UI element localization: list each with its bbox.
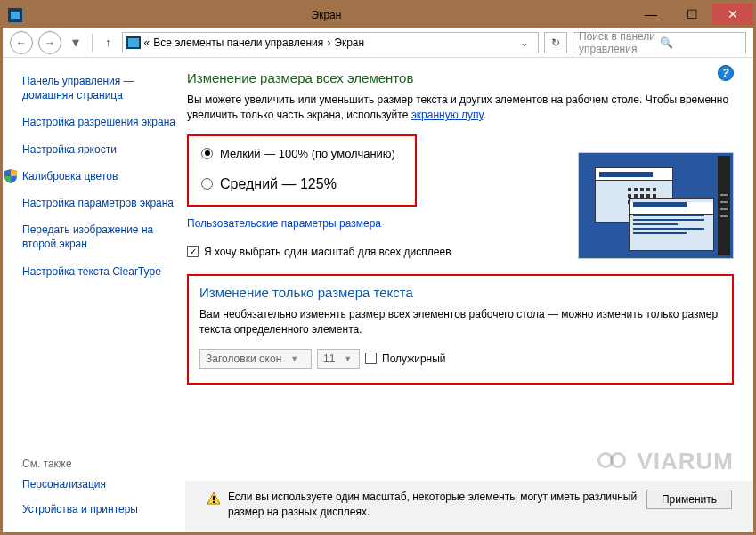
history-dropdown-icon[interactable]: ▾: [67, 34, 85, 51]
bold-checkbox[interactable]: Полужирный: [365, 353, 446, 365]
checkbox-icon: [365, 353, 377, 364]
heading-text-only: Изменение только размера текста: [199, 285, 721, 300]
refresh-button[interactable]: ↻: [544, 32, 567, 53]
sidebar-item-brightness[interactable]: Настройка яркости: [22, 142, 176, 157]
help-icon[interactable]: ?: [718, 65, 734, 81]
forward-button[interactable]: →: [38, 31, 61, 54]
radio-small[interactable]: Мелкий — 100% (по умолчанию): [201, 147, 402, 160]
sidebar-item-project[interactable]: Передать изображение на второй экран: [22, 223, 176, 251]
breadcrumb-item[interactable]: Все элементы панели управления: [153, 36, 323, 49]
address-dropdown-icon[interactable]: ⌄: [515, 36, 534, 49]
seealso-title: См. также: [22, 458, 138, 470]
sidebar: Панель управления — домашняя страница На…: [3, 58, 185, 532]
fontsize-select[interactable]: 11▼: [317, 349, 360, 369]
main: ? Изменение размера всех элементов Вы мо…: [185, 58, 753, 532]
shield-icon: [4, 169, 17, 183]
text-size-highlight: Изменение только размера текста Вам необ…: [187, 274, 734, 385]
sidebar-item-calibration[interactable]: Калибровка цветов: [22, 169, 176, 183]
radio-medium[interactable]: Средний — 125%: [201, 176, 402, 192]
warning-text: Если вы используете один масштаб, некото…: [228, 490, 646, 520]
radio-medium-label: Средний — 125%: [220, 176, 337, 192]
maximize-button[interactable]: ☐: [671, 4, 712, 25]
custom-size-link[interactable]: Пользовательские параметры размера: [187, 217, 381, 230]
close-button[interactable]: ✕: [712, 4, 753, 25]
window: Экран — ☐ ✕ ← → ▾ ↑ « Все элементы панел…: [3, 3, 753, 532]
app-icon: [8, 8, 22, 22]
watermark: VIARUM: [597, 448, 734, 475]
sidebar-item-home[interactable]: Панель управления — домашняя страница: [22, 74, 176, 102]
one-scale-label: Я хочу выбрать один масштаб для всех дис…: [204, 246, 451, 258]
radio-icon: [201, 178, 213, 190]
radio-icon: [201, 148, 213, 159]
scale-options-highlight: Мелкий — 100% (по умолчанию) Средний — 1…: [187, 134, 417, 207]
seealso-devices[interactable]: Устройства и принтеры: [22, 502, 138, 516]
search-icon[interactable]: 🔍: [660, 36, 741, 49]
content: Панель управления — домашняя страница На…: [3, 58, 753, 532]
preview-image: [578, 152, 734, 259]
footer: Если вы используете один масштаб, некото…: [185, 481, 753, 532]
seealso-personalization[interactable]: Персонализация: [22, 477, 138, 491]
search-input[interactable]: Поиск в панели управления 🔍: [573, 32, 746, 53]
sidebar-item-resolution[interactable]: Настройка разрешения экрана: [22, 115, 176, 129]
element-select[interactable]: Заголовки окон▼: [199, 349, 312, 369]
titlebar: Экран — ☐ ✕: [3, 3, 753, 28]
sidebar-item-params[interactable]: Настройка параметров экрана: [22, 196, 176, 210]
search-placeholder: Поиск в панели управления: [579, 30, 660, 55]
warning-icon: [207, 491, 221, 506]
desc-resize-all: Вы можете увеличить или уменьшить размер…: [187, 93, 734, 124]
bold-label: Полужирный: [382, 353, 446, 365]
checkbox-icon: ✓: [187, 246, 199, 257]
radio-small-label: Мелкий — 100% (по умолчанию): [220, 147, 395, 160]
seealso: См. также Персонализация Устройства и пр…: [22, 458, 138, 520]
heading-resize-all: Изменение размера всех элементов: [187, 70, 734, 85]
magnifier-link[interactable]: экранную лупу: [411, 109, 484, 121]
separator: [92, 34, 93, 52]
back-button[interactable]: ←: [10, 31, 33, 54]
breadcrumb-sep: ›: [327, 36, 330, 49]
sidebar-item-cleartype[interactable]: Настройка текста ClearType: [22, 264, 176, 279]
location-icon: [126, 36, 141, 49]
minimize-button[interactable]: —: [630, 4, 671, 25]
address-bar[interactable]: « Все элементы панели управления › Экран…: [122, 32, 540, 53]
svg-rect-0: [213, 496, 215, 500]
window-title: Экран: [22, 9, 630, 21]
navbar: ← → ▾ ↑ « Все элементы панели управления…: [3, 28, 753, 58]
breadcrumb-prefix: «: [144, 36, 150, 49]
svg-rect-1: [213, 501, 215, 503]
up-button[interactable]: ↑: [100, 36, 117, 49]
apply-button[interactable]: Применить: [646, 490, 732, 509]
desc-text-only: Вам необязательно изменять размер всех э…: [199, 307, 721, 338]
breadcrumb-item[interactable]: Экран: [334, 36, 364, 49]
